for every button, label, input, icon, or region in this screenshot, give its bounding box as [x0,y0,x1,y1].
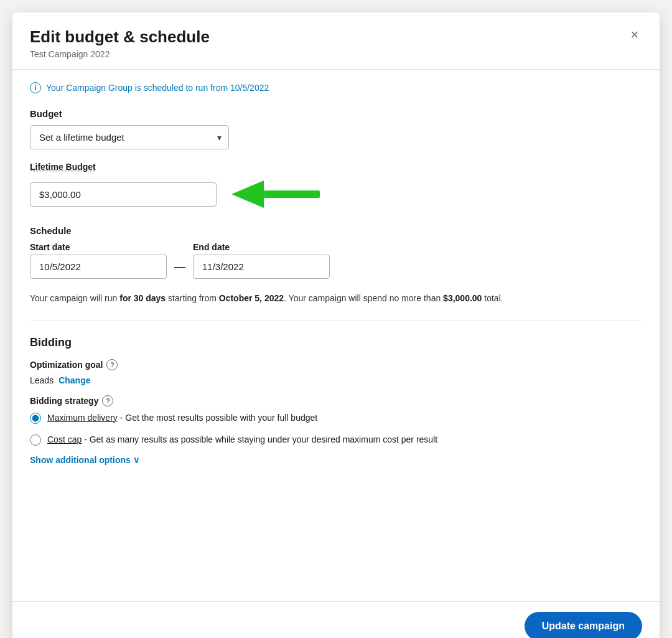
info-icon: i [30,82,41,93]
summary-part3: . Your campaign will spend no more than [284,293,443,303]
maximum-delivery-description: - Get the most results possible with you… [118,413,317,423]
maximum-delivery-option: Maximum delivery - Get the most results … [30,411,642,425]
summary-part1: Your campaign will run [30,293,119,303]
update-campaign-button[interactable]: Update campaign [525,612,642,638]
maximum-delivery-radio[interactable] [30,413,41,424]
arrow-indicator [226,176,326,213]
info-banner-text: Your Campaign Group is scheduled to run … [46,83,269,93]
summary-part4: total. [482,293,503,303]
maximum-delivery-text: Maximum delivery [47,413,118,423]
optimization-goal-value: Leads [30,375,54,385]
cost-cap-radio[interactable] [30,434,41,446]
change-optimization-goal-link[interactable]: Change [58,375,90,385]
end-date-group: End date [193,242,330,279]
schedule-section: Schedule Start date — End date [30,225,642,279]
modal-header: Edit budget & schedule Test Campaign 202… [12,12,660,70]
optimization-goal-help-icon[interactable]: ? [106,359,118,370]
bidding-strategy-help-icon[interactable]: ? [102,395,113,406]
maximum-delivery-label[interactable]: Maximum delivery - Get the most results … [47,411,317,425]
budget-type-select[interactable]: Set a lifetime budget Set a daily budget [30,125,229,149]
start-date-group: Start date [30,242,167,279]
date-row: Start date — End date [30,242,642,279]
show-additional-options-link[interactable]: Show additional options ∨ [30,455,642,465]
summary-bold3: $3,000.00 [443,293,482,303]
lifetime-budget-group: Lifetime Budget [30,162,642,213]
lifetime-budget-label: Lifetime Budget [30,162,642,172]
campaign-summary: Your campaign will run for 30 days start… [30,291,642,305]
summary-part2: starting from [166,293,219,303]
cost-cap-text: Cost cap [47,434,82,444]
edit-budget-modal: Edit budget & schedule Test Campaign 202… [12,12,660,638]
modal-body: i Your Campaign Group is scheduled to ru… [12,70,660,514]
budget-select-wrapper: Set a lifetime budget Set a daily budget… [30,125,229,149]
section-divider [30,321,642,321]
optimization-goal-label: Optimization goal ? [30,359,642,370]
svg-rect-0 [264,190,320,198]
show-additional-label: Show additional options [30,455,131,465]
budget-section-label: Budget [30,108,642,119]
cost-cap-label[interactable]: Cost cap - Get as many results as possib… [47,433,437,446]
start-date-input[interactable] [30,255,167,279]
summary-bold1: for 30 days [119,293,166,303]
cost-cap-option: Cost cap - Get as many results as possib… [30,433,642,446]
summary-bold2: October 5, 2022 [219,293,284,303]
cost-cap-description: - Get as many results as possible while … [82,434,437,444]
modal-title: Edit budget & schedule [30,27,642,47]
end-date-input[interactable] [193,255,330,279]
date-dash: — [174,260,185,273]
svg-marker-1 [231,181,264,208]
schedule-label: Schedule [30,225,642,236]
leads-row: Leads Change [30,375,642,385]
green-arrow-icon [226,176,326,213]
info-banner: i Your Campaign Group is scheduled to ru… [30,82,642,93]
end-date-label: End date [193,242,330,252]
modal-footer: Update campaign [12,601,660,638]
field-with-arrow [30,176,642,213]
bidding-title: Bidding [30,336,642,349]
lifetime-budget-input[interactable] [30,182,217,207]
modal-subtitle: Test Campaign 2022 [30,49,642,59]
start-date-label: Start date [30,242,167,252]
chevron-down-icon: ∨ [133,455,139,465]
bidding-strategy-label: Bidding strategy ? [30,395,642,406]
close-button[interactable]: × [625,25,645,45]
